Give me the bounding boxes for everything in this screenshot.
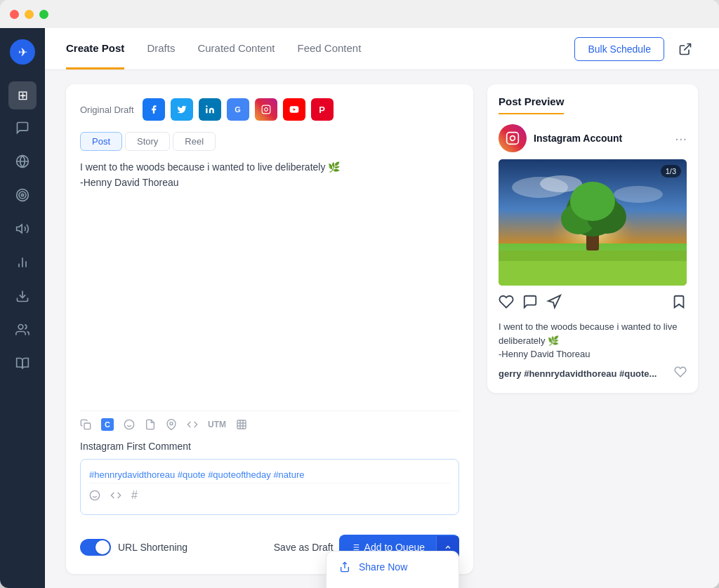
- svg-point-54: [570, 182, 615, 221]
- team-icon: [15, 323, 29, 340]
- analytics-icon: [15, 255, 29, 273]
- emoji-tool-button[interactable]: [124, 419, 135, 430]
- bulk-schedule-button[interactable]: Bulk Schedule: [574, 37, 664, 61]
- svg-rect-15: [84, 423, 91, 429]
- download-icon: [15, 289, 29, 307]
- preview-card: Post Preview Instagram Account ···: [487, 84, 698, 393]
- linkedin-platform-icon[interactable]: [199, 98, 221, 121]
- comment-hashtag-button[interactable]: #: [131, 489, 138, 502]
- url-shortening-label: URL Shortening: [118, 542, 187, 553]
- preview-heart-icon[interactable]: [499, 294, 514, 313]
- dashboard-icon: ⊞: [18, 88, 28, 103]
- sidebar: ✈ ⊞: [0, 28, 45, 588]
- platform-icons: G P: [143, 98, 334, 121]
- table-tool-button[interactable]: [236, 419, 247, 430]
- doc-tool-button[interactable]: [145, 419, 156, 430]
- top-nav: Create Post Drafts Curated Content Feed …: [45, 28, 719, 70]
- app-body: ✈ ⊞: [0, 28, 719, 588]
- c-tool-button[interactable]: C: [101, 418, 114, 431]
- tab-drafts[interactable]: Drafts: [147, 28, 175, 69]
- svg-point-25: [90, 490, 99, 500]
- preview-account-row: Instagram Account ···: [499, 124, 687, 152]
- preview-action-icons: [499, 294, 562, 313]
- preview-account-info: Instagram Account: [499, 124, 622, 152]
- copy-tool-button[interactable]: [80, 419, 91, 430]
- sidebar-item-library[interactable]: [8, 351, 37, 379]
- youtube-platform-icon[interactable]: [283, 98, 305, 121]
- sidebar-item-team[interactable]: [8, 317, 37, 345]
- sidebar-item-target[interactable]: [8, 182, 37, 211]
- svg-point-9: [18, 324, 23, 329]
- sidebar-item-download[interactable]: [8, 283, 37, 312]
- comment-section-label: Instagram First Comment: [80, 441, 459, 452]
- svg-rect-40: [507, 133, 519, 145]
- twitter-platform-icon[interactable]: [171, 98, 193, 121]
- sidebar-item-analytics[interactable]: [8, 250, 37, 278]
- comment-code-button[interactable]: [110, 489, 121, 502]
- tab-post[interactable]: Post: [80, 132, 122, 151]
- pinterest-platform-icon[interactable]: P: [311, 98, 334, 121]
- share-next-item[interactable]: Share Next: [326, 582, 459, 588]
- google-platform-icon[interactable]: G: [227, 98, 249, 121]
- network-icon: [15, 154, 29, 172]
- url-shortening-toggle[interactable]: [80, 539, 111, 556]
- svg-point-4: [21, 194, 23, 196]
- tab-feed-content[interactable]: Feed Content: [297, 28, 361, 69]
- preview-like-icon[interactable]: [674, 366, 687, 382]
- preview-comment-icon[interactable]: [522, 294, 538, 313]
- tab-create-post[interactable]: Create Post: [66, 28, 124, 69]
- location-tool-button[interactable]: [166, 419, 177, 430]
- megaphone-icon: [15, 222, 29, 239]
- save-draft-button[interactable]: Save as Draft: [274, 542, 334, 553]
- url-shortening: URL Shortening: [80, 539, 187, 556]
- comment-tags: #hennrydavidthoreau #quote #quoteoftheda…: [89, 468, 450, 483]
- svg-point-2: [17, 189, 29, 201]
- nav-tabs: Create Post Drafts Curated Content Feed …: [66, 28, 361, 69]
- comment-emoji-button[interactable]: [89, 489, 100, 502]
- content-tabs: Post Story Reel: [80, 132, 459, 151]
- original-draft-label: Original Draft: [80, 105, 134, 115]
- actions-row: Save as Draft Add to Queue: [274, 535, 459, 560]
- close-dot[interactable]: [10, 10, 19, 19]
- tab-reel[interactable]: Reel: [173, 132, 216, 151]
- right-panel: Post Preview Instagram Account ···: [487, 84, 698, 574]
- svg-rect-49: [499, 261, 687, 286]
- preview-share-icon[interactable]: [546, 294, 562, 313]
- content-area: Original Draft: [45, 70, 719, 588]
- preview-more-button[interactable]: ···: [675, 131, 687, 147]
- post-editor-card: Original Draft: [66, 84, 473, 574]
- ig-avatar: [499, 124, 527, 152]
- export-button[interactable]: [673, 36, 698, 62]
- minimize-dot[interactable]: [25, 10, 34, 19]
- share-now-item[interactable]: Share Now: [326, 552, 459, 582]
- image-counter: 1/3: [661, 165, 681, 178]
- sidebar-item-messages[interactable]: [8, 115, 37, 143]
- preview-caption: I went to the woods because i wanted to …: [499, 320, 687, 361]
- app-logo[interactable]: ✈: [10, 39, 35, 65]
- svg-point-16: [124, 420, 133, 429]
- editor-toolbar: C: [80, 410, 459, 438]
- comment-box[interactable]: #hennrydavidthoreau #quote #quoteoftheda…: [80, 459, 459, 515]
- sidebar-item-dashboard[interactable]: ⊞: [8, 81, 37, 109]
- post-text-area[interactable]: I went to the woods because i wanted to …: [80, 159, 459, 402]
- toggle-knob: [95, 540, 110, 554]
- preview-tags: gerry #hennrydavidthoreau #quote...: [499, 368, 657, 379]
- facebook-platform-icon[interactable]: [143, 98, 165, 121]
- code-tool-button[interactable]: [187, 419, 198, 430]
- titlebar: [0, 0, 719, 28]
- platform-row: Original Draft: [80, 98, 459, 121]
- queue-dropdown-menu: Share Now Share Next: [326, 551, 459, 588]
- tab-curated-content[interactable]: Curated Content: [197, 28, 275, 69]
- utm-tool-button[interactable]: UTM: [208, 420, 226, 429]
- preview-bookmark-icon[interactable]: [671, 294, 687, 313]
- svg-point-11: [206, 105, 207, 107]
- maximize-dot[interactable]: [39, 10, 48, 19]
- tab-story[interactable]: Story: [125, 132, 170, 151]
- svg-rect-12: [262, 105, 270, 114]
- sidebar-item-network[interactable]: [8, 149, 37, 177]
- sidebar-item-megaphone[interactable]: [8, 216, 37, 244]
- main-content: Create Post Drafts Curated Content Feed …: [45, 28, 719, 588]
- library-icon: [15, 356, 29, 374]
- instagram-platform-icon[interactable]: [255, 98, 277, 121]
- account-name: Instagram Account: [534, 133, 622, 144]
